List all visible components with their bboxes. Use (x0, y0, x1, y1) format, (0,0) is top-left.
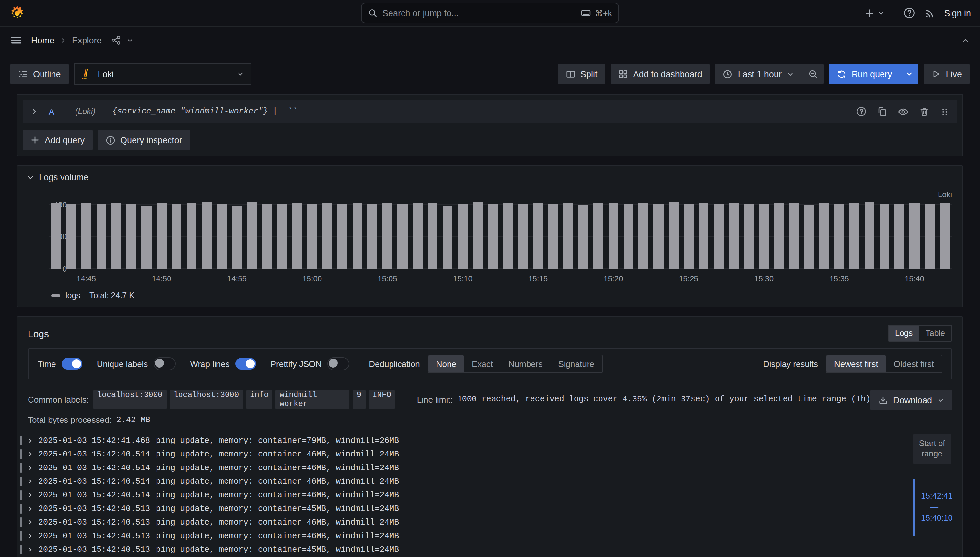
dedup-option-signature[interactable]: Signature (551, 355, 602, 372)
volume-bar[interactable] (819, 203, 829, 269)
delete-query-icon[interactable] (919, 106, 930, 117)
volume-bar[interactable] (894, 203, 905, 269)
search-input[interactable]: Search or jump to... ⌘+k (361, 3, 619, 23)
logs-volume-collapse-icon[interactable] (26, 173, 34, 181)
volume-bar[interactable] (684, 204, 694, 269)
expand-log-row-icon[interactable] (26, 533, 34, 539)
view-option-table[interactable]: Table (919, 326, 951, 341)
volume-bar[interactable] (699, 203, 709, 269)
drag-handle-icon[interactable] (940, 107, 949, 116)
logs-volume-header[interactable]: Logs volume (25, 171, 955, 182)
view-option-logs[interactable]: Logs (889, 326, 919, 341)
volume-bar[interactable] (578, 205, 588, 269)
share-icon[interactable] (111, 35, 121, 46)
volume-bar[interactable] (940, 203, 950, 269)
volume-bar[interactable] (66, 204, 76, 269)
volume-bar[interactable] (187, 203, 197, 269)
expand-log-row-icon[interactable] (26, 478, 34, 485)
volume-bar[interactable] (759, 204, 769, 269)
unique-labels-switch[interactable] (154, 357, 176, 370)
volume-bar[interactable] (277, 204, 287, 269)
prettify-json-switch[interactable] (327, 357, 349, 370)
common-label-badge[interactable]: localhost:3000 (93, 390, 167, 409)
log-row[interactable]: 2025-01-03 15:42:40.513ping update, memo… (20, 529, 904, 543)
display-option-newest-first[interactable]: Newest first (826, 355, 886, 372)
dedup-option-none[interactable]: None (428, 355, 464, 372)
volume-bar[interactable] (217, 204, 227, 269)
volume-bar[interactable] (141, 206, 152, 269)
expand-log-row-icon[interactable] (26, 505, 34, 512)
expand-log-row-icon[interactable] (26, 546, 34, 553)
volume-bar[interactable] (247, 202, 257, 269)
volume-bar[interactable] (744, 203, 754, 269)
volume-bar[interactable] (654, 204, 664, 269)
volume-bar[interactable] (458, 204, 468, 269)
volume-bar[interactable] (925, 204, 934, 269)
volume-bar[interactable] (834, 204, 844, 269)
help-icon[interactable] (903, 7, 915, 19)
expand-log-row-icon[interactable] (26, 464, 34, 471)
volume-bar[interactable] (127, 203, 137, 269)
display-option-oldest-first[interactable]: Oldest first (886, 355, 942, 372)
common-label-badge[interactable]: 9 (353, 390, 365, 409)
unique-labels-toggle[interactable]: Unique labels (97, 357, 176, 370)
volume-bar[interactable] (804, 205, 814, 269)
volume-bar[interactable] (262, 203, 272, 269)
volume-bar[interactable] (96, 204, 106, 269)
volume-bar[interactable] (563, 203, 573, 269)
common-label-badge[interactable]: windmill-worker (276, 390, 350, 409)
volume-bar[interactable] (322, 203, 332, 269)
time-range-button[interactable]: Last 1 hour (715, 64, 802, 84)
breadcrumb-home[interactable]: Home (31, 35, 54, 45)
logs-volume-plot[interactable]: 020040014:4514:5014:5515:0015:0515:1015:… (49, 202, 952, 269)
volume-bar[interactable] (518, 204, 528, 269)
log-row[interactable]: 2025-01-03 15:42:40.513ping update, memo… (20, 516, 904, 529)
split-button[interactable]: Split (558, 64, 605, 84)
add-to-dashboard-button[interactable]: Add to dashboard (611, 64, 710, 84)
volume-bar[interactable] (156, 203, 167, 269)
volume-bar[interactable] (443, 205, 453, 269)
outline-button[interactable]: Outline (10, 64, 69, 84)
volume-bar[interactable] (503, 203, 513, 269)
query-collapse-icon[interactable] (31, 107, 38, 116)
query-inspector-button[interactable]: Query inspector (98, 130, 190, 150)
run-query-caret-button[interactable] (900, 64, 918, 84)
volume-bar[interactable] (398, 204, 408, 269)
wrap-lines-toggle[interactable]: Wrap lines (190, 358, 256, 370)
expand-log-row-icon[interactable] (26, 451, 34, 458)
zoom-out-button[interactable] (802, 64, 824, 84)
datasource-picker[interactable]: Loki (74, 63, 252, 85)
volume-bar[interactable] (202, 203, 212, 269)
volume-bar[interactable] (337, 204, 348, 269)
grafana-logo[interactable] (9, 5, 25, 21)
legend-series-name[interactable]: logs (65, 291, 80, 300)
log-row[interactable]: 2025-01-03 15:42:40.514ping update, memo… (20, 475, 904, 488)
new-menu-button[interactable] (864, 8, 884, 18)
add-query-button[interactable]: Add query (23, 130, 93, 150)
common-label-badge[interactable]: INFO (369, 390, 395, 409)
log-row[interactable]: 2025-01-03 15:42:40.513ping update, memo… (20, 502, 904, 516)
log-row[interactable]: 2025-01-03 15:42:40.514ping update, memo… (20, 488, 904, 502)
run-query-button[interactable]: Run query (829, 64, 900, 84)
expand-log-row-icon[interactable] (26, 437, 34, 444)
volume-bar[interactable] (172, 204, 182, 269)
volume-bar[interactable] (849, 203, 860, 269)
volume-bar[interactable] (639, 203, 648, 269)
duplicate-query-icon[interactable] (877, 106, 887, 117)
volume-bar[interactable] (910, 203, 920, 269)
volume-bar[interactable] (112, 203, 122, 269)
volume-bar[interactable] (367, 203, 377, 269)
volume-bar[interactable] (608, 203, 618, 269)
live-button[interactable]: Live (924, 64, 970, 84)
volume-bar[interactable] (473, 203, 483, 269)
volume-bar[interactable] (533, 203, 543, 269)
prettify-json-toggle[interactable]: Prettify JSON (271, 357, 350, 370)
volume-bar[interactable] (352, 203, 362, 269)
collapse-top-icon[interactable] (961, 36, 970, 44)
volume-bar[interactable] (669, 203, 679, 269)
expand-log-row-icon[interactable] (26, 492, 34, 498)
volume-bar[interactable] (864, 203, 874, 269)
query-help-icon[interactable] (856, 106, 866, 117)
volume-bar[interactable] (789, 203, 799, 269)
query-row[interactable]: A (Loki) {service_name="windmill-worker"… (23, 100, 957, 123)
